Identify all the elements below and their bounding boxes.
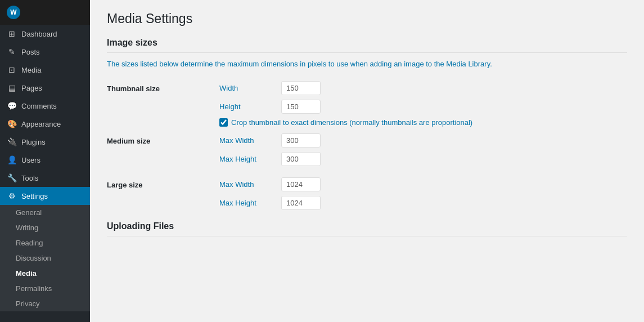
sidebar-item-users[interactable]: 👤 Users [0, 151, 90, 169]
large-width-input[interactable] [281, 177, 321, 191]
medium-size-content: Max Width Max Height [219, 133, 627, 171]
sidebar-item-media[interactable]: ⊡ Media [0, 61, 90, 79]
sidebar-item-settings[interactable]: ⚙ Settings [0, 187, 90, 205]
large-size-label: Large size [107, 177, 219, 189]
thumbnail-size-label: Thumbnail size [107, 81, 219, 93]
submenu-item-permalinks[interactable]: Permalinks [0, 281, 90, 296]
uploading-files-section-title: Uploading Files [107, 221, 627, 236]
submenu-item-privacy[interactable]: Privacy [0, 296, 90, 311]
plugins-icon: 🔌 [7, 137, 17, 146]
sidebar-item-appearance[interactable]: 🎨 Appearance [0, 115, 90, 133]
sidebar-item-label: Pages [21, 84, 42, 92]
site-logo: W [0, 0, 90, 25]
sidebar-item-label: Settings [21, 192, 48, 200]
large-height-input[interactable] [281, 196, 321, 210]
sidebar-item-label: Users [21, 156, 40, 164]
settings-submenu: General Writing Reading Discussion Media… [0, 205, 90, 311]
submenu-item-reading[interactable]: Reading [0, 235, 90, 251]
sidebar-item-comments[interactable]: 💬 Comments [0, 97, 90, 115]
medium-size-label: Medium size [107, 133, 219, 145]
sidebar-item-label: Dashboard [21, 30, 57, 38]
thumbnail-height-input[interactable] [281, 100, 321, 114]
submenu-item-writing[interactable]: Writing [0, 220, 90, 235]
sidebar-item-plugins[interactable]: 🔌 Plugins [0, 133, 90, 151]
sidebar-item-label: Media [21, 66, 41, 74]
large-max-width-label: Max Width [219, 180, 276, 189]
comments-icon: 💬 [7, 101, 17, 110]
thumbnail-crop-row: Crop thumbnail to exact dimensions (norm… [219, 118, 627, 127]
sidebar-item-label: Tools [21, 174, 38, 182]
large-max-height-label: Max Height [219, 199, 276, 207]
sidebar-item-label: Plugins [21, 138, 46, 146]
wp-logo-icon: W [7, 6, 20, 19]
submenu-item-media[interactable]: Media [0, 266, 90, 281]
submenu-item-discussion[interactable]: Discussion [0, 251, 90, 266]
medium-height-row: Max Height [219, 152, 627, 166]
sidebar-item-dashboard[interactable]: ⊞ Dashboard [0, 25, 90, 43]
submenu-item-general[interactable]: General [0, 205, 90, 220]
sidebar-item-label: Posts [21, 48, 40, 56]
thumbnail-crop-label: Crop thumbnail to exact dimensions (norm… [231, 118, 472, 127]
sidebar-item-posts[interactable]: ✎ Posts [0, 43, 90, 61]
sidebar-item-label: Appearance [21, 120, 61, 128]
thumbnail-size-row: Thumbnail size Width Height Crop thumbna… [107, 81, 627, 127]
sidebar-item-tools[interactable]: 🔧 Tools [0, 169, 90, 187]
thumbnail-width-input[interactable] [281, 81, 321, 95]
medium-height-input[interactable] [281, 152, 321, 166]
large-height-row: Max Height [219, 196, 627, 210]
thumbnail-crop-checkbox[interactable] [219, 118, 228, 127]
users-icon: 👤 [7, 155, 17, 164]
image-sizes-description: The sizes listed below determine the max… [107, 59, 627, 70]
medium-width-row: Max Width [219, 133, 627, 147]
medium-max-height-label: Max Height [219, 155, 276, 163]
medium-width-input[interactable] [281, 133, 321, 147]
large-size-row: Large size Max Width Max Height [107, 177, 627, 214]
medium-size-row: Medium size Max Width Max Height [107, 133, 627, 171]
large-size-content: Max Width Max Height [219, 177, 627, 214]
settings-icon: ⚙ [7, 191, 17, 200]
thumbnail-height-row: Height [219, 100, 627, 114]
thumbnail-size-content: Width Height Crop thumbnail to exact dim… [219, 81, 627, 127]
thumbnail-height-label: Height [219, 102, 276, 111]
sidebar-item-pages[interactable]: ▤ Pages [0, 79, 90, 97]
sidebar-item-label: Comments [21, 102, 57, 110]
dashboard-icon: ⊞ [7, 29, 17, 38]
page-title: Media Settings [107, 11, 627, 26]
thumbnail-width-row: Width [219, 81, 627, 95]
sidebar: W ⊞ Dashboard ✎ Posts ⊡ Media ▤ Pages 💬 … [0, 0, 90, 322]
thumbnail-width-label: Width [219, 84, 276, 92]
posts-icon: ✎ [7, 47, 17, 56]
medium-max-width-label: Max Width [219, 136, 276, 145]
main-content: Media Settings Image sizes The sizes lis… [90, 0, 644, 322]
pages-icon: ▤ [7, 83, 17, 92]
image-sizes-section-title: Image sizes [107, 38, 627, 53]
large-width-row: Max Width [219, 177, 627, 191]
media-icon: ⊡ [7, 65, 17, 74]
appearance-icon: 🎨 [7, 119, 17, 128]
tools-icon: 🔧 [7, 173, 17, 182]
